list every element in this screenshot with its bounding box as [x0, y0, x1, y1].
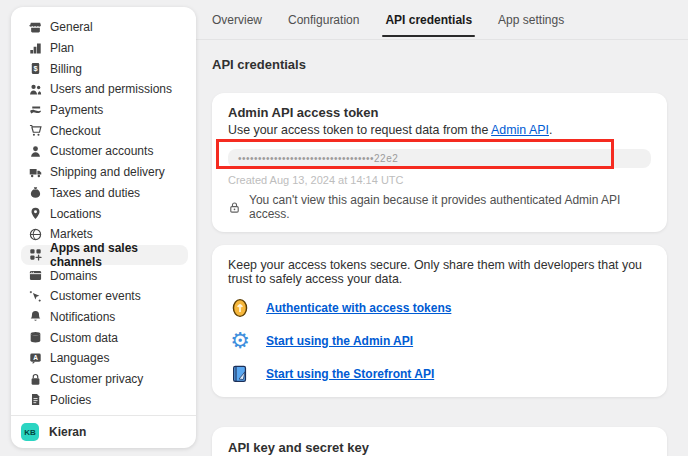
sidebar-item-policies[interactable]: Policies [21, 389, 188, 410]
token-notice-row: You can't view this again because it pro… [228, 193, 651, 221]
sidebar-item-plan[interactable]: Plan [21, 38, 188, 59]
sidebar-item-label: Payments [50, 103, 103, 117]
avatar: KB [21, 423, 39, 441]
document-icon [28, 393, 42, 407]
access-token-field[interactable]: ••••••••••••••••••••••••••••••••••22e2 [228, 149, 651, 168]
sidebar-item-customer-events[interactable]: Customer events [21, 286, 188, 307]
sidebar-item-locations[interactable]: Locations [21, 203, 188, 224]
cursor-sparkle-icon [28, 289, 42, 303]
sidebar-item-customer-accounts[interactable]: Customer accounts [21, 141, 188, 162]
sidebar-item-checkout[interactable]: Checkout [21, 120, 188, 141]
resources-intro-text: Keep your access tokens secure. Only sha… [228, 258, 651, 286]
store-icon [28, 20, 42, 34]
sidebar-item-label: Customer accounts [50, 144, 153, 158]
sidebar-item-payments[interactable]: Payments [21, 100, 188, 121]
main-content: Overview Configuration API credentials A… [196, 0, 688, 456]
tab-bar: Overview Configuration API credentials A… [196, 0, 688, 40]
sidebar-user-row[interactable]: KB Kieran [11, 415, 196, 448]
sidebar-item-label: Shipping and delivery [50, 165, 165, 179]
sidebar-item-label: Markets [50, 227, 93, 241]
masked-token-value: ••••••••••••••••••••••••••••••••••22e2 [238, 153, 398, 164]
svg-text:A: A [33, 354, 38, 361]
sidebar-item-label: Apps and sales channels [50, 241, 181, 269]
tab-api-credentials[interactable]: API credentials [385, 0, 472, 39]
plan-icon [28, 41, 42, 55]
sidebar-item-label: Users and permissions [50, 82, 172, 96]
truck-icon [28, 165, 42, 179]
sidebar-item-label: Locations [50, 207, 101, 221]
money-bag-icon [28, 186, 42, 200]
admin-token-title: Admin API access token [228, 105, 651, 120]
page-title: API credentials [212, 57, 688, 72]
sidebar-item-label: Billing [50, 62, 82, 76]
sidebar-item-label: Taxes and duties [50, 186, 140, 200]
users-icon [28, 82, 42, 96]
lock-outline-icon [228, 201, 241, 214]
billing-icon: $ [28, 62, 42, 76]
settings-nav: General Plan $ Billing Users and permiss… [11, 7, 196, 415]
admin-token-description: Use your access token to request data fr… [228, 123, 651, 138]
sidebar-item-taxes-and-duties[interactable]: Taxes and duties [21, 183, 188, 204]
sidebar-item-label: General [50, 20, 93, 34]
user-name: Kieran [49, 425, 86, 439]
settings-sidebar: General Plan $ Billing Users and permiss… [11, 7, 196, 448]
sidebar-item-general[interactable]: General [21, 17, 188, 38]
storefront-api-icon [228, 362, 252, 386]
sidebar-item-label: Plan [50, 41, 74, 55]
token-created-timestamp: Created Aug 13, 2024 at 14:14 UTC [228, 174, 651, 186]
admin-token-card: Admin API access token Use your access t… [212, 93, 667, 232]
sidebar-item-label: Checkout [50, 124, 101, 138]
sidebar-item-custom-data[interactable]: Custom data [21, 327, 188, 348]
sidebar-item-label: Domains [50, 269, 97, 283]
resource-row: ⚙ Start using the Admin API [228, 329, 651, 352]
sidebar-item-label: Customer events [50, 289, 141, 303]
browser-icon [28, 269, 42, 283]
resource-row: Start using the Storefront API [228, 362, 651, 385]
payments-icon [28, 103, 42, 117]
admin-api-link[interactable]: Admin API [491, 123, 549, 137]
storefront-api-start-link[interactable]: Start using the Storefront API [266, 367, 434, 381]
sidebar-item-label: Notifications [50, 310, 115, 324]
sidebar-item-users-and-permissions[interactable]: Users and permissions [21, 79, 188, 100]
cart-icon [28, 124, 42, 138]
sidebar-item-label: Languages [50, 351, 109, 365]
location-pin-icon [28, 207, 42, 221]
translate-icon: A [28, 351, 42, 365]
tab-configuration[interactable]: Configuration [288, 0, 359, 39]
sidebar-item-apps-and-sales-channels[interactable]: Apps and sales channels [21, 245, 188, 266]
resource-row: Authenticate with access tokens [228, 296, 651, 319]
tab-overview[interactable]: Overview [212, 0, 262, 39]
person-icon [28, 144, 42, 158]
sidebar-item-customer-privacy[interactable]: Customer privacy [21, 369, 188, 390]
lock-icon [28, 372, 42, 386]
authenticate-tokens-link[interactable]: Authenticate with access tokens [266, 301, 451, 315]
sidebar-item-label: Policies [50, 393, 91, 407]
sidebar-item-label: Customer privacy [50, 372, 143, 386]
cutoff-header-text: · ·· · ··· · · ·· ·· · · [30, 0, 160, 5]
api-key-card: API key and secret key API key [212, 427, 667, 456]
sidebar-item-languages[interactable]: A Languages [21, 348, 188, 369]
sidebar-item-label: Custom data [50, 331, 118, 345]
database-icon [28, 331, 42, 345]
admin-api-start-link[interactable]: Start using the Admin API [266, 334, 413, 348]
gear-icon: ⚙ [228, 329, 252, 353]
sidebar-item-notifications[interactable]: Notifications [21, 307, 188, 328]
globe-icon [28, 227, 42, 241]
apps-grid-icon [28, 248, 42, 262]
tab-app-settings[interactable]: App settings [498, 0, 564, 39]
token-resources-card: Keep your access tokens secure. Only sha… [212, 245, 667, 397]
api-key-card-title: API key and secret key [228, 440, 651, 455]
token-notice-text: You can't view this again because it pro… [249, 193, 651, 221]
coin-icon [228, 296, 252, 320]
sidebar-item-shipping-and-delivery[interactable]: Shipping and delivery [21, 162, 188, 183]
sidebar-item-billing[interactable]: $ Billing [21, 58, 188, 79]
bell-icon [28, 310, 42, 324]
